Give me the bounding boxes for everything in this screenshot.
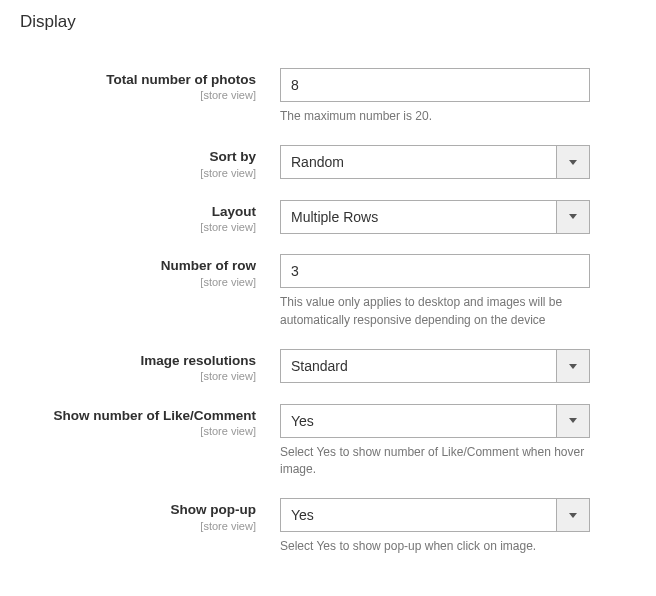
- field-layout: Layout [store view] Multiple Rows: [20, 200, 636, 234]
- field-col: This value only applies to desktop and i…: [280, 254, 590, 329]
- select-show-like-wrap: Yes: [280, 404, 590, 438]
- field-show-like: Show number of Like/Comment [store view]…: [20, 404, 636, 479]
- field-col: Yes Select Yes to show pop-up when click…: [280, 498, 590, 555]
- field-resolutions: Image resolutions [store view] Standard: [20, 349, 636, 383]
- select-layout-wrap: Multiple Rows: [280, 200, 590, 234]
- chevron-down-icon: [556, 498, 590, 532]
- label-col: Image resolutions [store view]: [20, 349, 280, 383]
- field-col: Yes Select Yes to show number of Like/Co…: [280, 404, 590, 479]
- select-sort-by[interactable]: Random: [280, 145, 556, 179]
- scope-resolutions: [store view]: [20, 369, 256, 383]
- note-num-row: This value only applies to desktop and i…: [280, 294, 590, 329]
- field-col: The maximum number is 20.: [280, 68, 590, 125]
- label-col: Total number of photos [store view]: [20, 68, 280, 102]
- chevron-down-icon: [556, 349, 590, 383]
- field-show-popup: Show pop-up [store view] Yes Select Yes …: [20, 498, 636, 555]
- scope-layout: [store view]: [20, 220, 256, 234]
- scope-show-like: [store view]: [20, 424, 256, 438]
- section-title: Display: [20, 12, 636, 32]
- scope-total-photos: [store view]: [20, 88, 256, 102]
- label-show-like: Show number of Like/Comment: [20, 408, 256, 424]
- label-col: Show pop-up [store view]: [20, 498, 280, 532]
- field-sort-by: Sort by [store view] Random: [20, 145, 636, 179]
- field-total-photos: Total number of photos [store view] The …: [20, 68, 636, 125]
- note-show-popup: Select Yes to show pop-up when click on …: [280, 538, 590, 555]
- select-show-popup-wrap: Yes: [280, 498, 590, 532]
- field-num-row: Number of row [store view] This value on…: [20, 254, 636, 329]
- scope-sort-by: [store view]: [20, 166, 256, 180]
- note-total-photos: The maximum number is 20.: [280, 108, 590, 125]
- note-show-like: Select Yes to show number of Like/Commen…: [280, 444, 590, 479]
- display-form: Total number of photos [store view] The …: [20, 68, 636, 556]
- input-total-photos[interactable]: [280, 68, 590, 102]
- label-col: Number of row [store view]: [20, 254, 280, 288]
- scope-num-row: [store view]: [20, 275, 256, 289]
- label-col: Show number of Like/Comment [store view]: [20, 404, 280, 438]
- select-resolutions-wrap: Standard: [280, 349, 590, 383]
- label-total-photos: Total number of photos: [20, 72, 256, 88]
- select-layout[interactable]: Multiple Rows: [280, 200, 556, 234]
- select-show-popup[interactable]: Yes: [280, 498, 556, 532]
- input-num-row[interactable]: [280, 254, 590, 288]
- field-col: Random: [280, 145, 590, 179]
- label-col: Layout [store view]: [20, 200, 280, 234]
- label-num-row: Number of row: [20, 258, 256, 274]
- label-show-popup: Show pop-up: [20, 502, 256, 518]
- select-show-like[interactable]: Yes: [280, 404, 556, 438]
- label-resolutions: Image resolutions: [20, 353, 256, 369]
- chevron-down-icon: [556, 404, 590, 438]
- label-layout: Layout: [20, 204, 256, 220]
- chevron-down-icon: [556, 200, 590, 234]
- select-sort-by-wrap: Random: [280, 145, 590, 179]
- label-col: Sort by [store view]: [20, 145, 280, 179]
- label-sort-by: Sort by: [20, 149, 256, 165]
- scope-show-popup: [store view]: [20, 519, 256, 533]
- field-col: Standard: [280, 349, 590, 383]
- chevron-down-icon: [556, 145, 590, 179]
- field-col: Multiple Rows: [280, 200, 590, 234]
- select-resolutions[interactable]: Standard: [280, 349, 556, 383]
